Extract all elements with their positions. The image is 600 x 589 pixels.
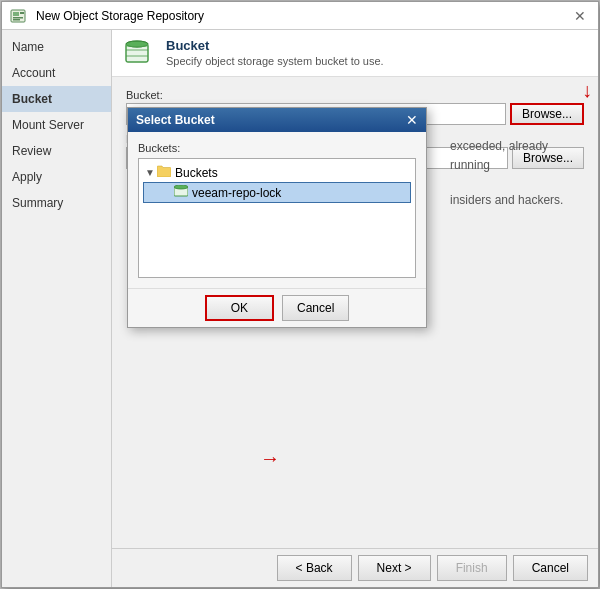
tree-root-label: Buckets — [175, 166, 218, 180]
bucket-folder-icon — [157, 165, 171, 180]
svg-rect-3 — [13, 17, 23, 19]
title-bar: New Object Storage Repository ✕ — [2, 2, 598, 30]
bucket-tree[interactable]: ▼ Buckets — [138, 158, 416, 278]
arrow-ok-indicator: → — [260, 447, 280, 470]
next-button[interactable]: Next > — [358, 555, 431, 581]
bucket-browse-button[interactable]: Browse... — [510, 103, 584, 125]
svg-rect-2 — [20, 12, 24, 14]
back-button[interactable]: < Back — [277, 555, 352, 581]
content-area: Name Account Bucket Mount Server Review … — [2, 30, 598, 587]
window-icon — [10, 7, 28, 25]
tree-collapse-icon: ▼ — [145, 167, 157, 178]
bottom-bar: < Back Next > Finish Cancel — [112, 548, 598, 587]
dialog-footer: OK Cancel — [128, 288, 426, 327]
svg-point-12 — [174, 185, 188, 189]
dialog-close-button[interactable]: ✕ — [406, 113, 418, 127]
arrow-browse-indicator: ↓ — [582, 79, 592, 102]
panel-body: Bucket: Browse... Folder: Browse... — [112, 77, 598, 548]
sidebar-item-bucket[interactable]: Bucket — [2, 86, 111, 112]
panel-subtitle: Specify object storage system bucket to … — [166, 55, 384, 67]
dialog-title: Select Bucket — [136, 113, 215, 127]
panel-title: Bucket — [166, 38, 384, 53]
dialog-cancel-button[interactable]: Cancel — [282, 295, 349, 321]
select-bucket-dialog: Select Bucket ✕ Buckets: ▼ — [127, 107, 427, 328]
info-text: exceeded, already running insiders and h… — [450, 137, 590, 211]
down-arrow-icon: ↓ — [582, 79, 592, 101]
main-panel: Bucket Specify object storage system buc… — [112, 30, 598, 587]
sidebar-item-name[interactable]: Name — [2, 34, 111, 60]
dialog-ok-button[interactable]: OK — [205, 295, 274, 321]
buckets-label: Buckets: — [138, 142, 416, 154]
finish-button[interactable]: Finish — [437, 555, 507, 581]
dialog-body: Buckets: ▼ Buckets — [128, 132, 426, 288]
tree-bucket-item[interactable]: veeam-repo-lock — [143, 182, 411, 203]
bucket-label: Bucket: — [126, 89, 584, 101]
sidebar: Name Account Bucket Mount Server Review … — [2, 30, 112, 587]
main-window: New Object Storage Repository ✕ Name Acc… — [1, 1, 599, 588]
panel-header-text: Bucket Specify object storage system buc… — [166, 38, 384, 67]
right-arrow-icon: → — [260, 447, 280, 469]
panel-icon — [124, 38, 156, 70]
tree-root-item[interactable]: ▼ Buckets — [143, 163, 411, 182]
tree-bucket-label: veeam-repo-lock — [192, 186, 281, 200]
dialog-title-bar: Select Bucket ✕ — [128, 108, 426, 132]
bucket-item-icon — [174, 185, 188, 200]
sidebar-item-apply[interactable]: Apply — [2, 164, 111, 190]
sidebar-item-mount-server[interactable]: Mount Server — [2, 112, 111, 138]
sidebar-item-review[interactable]: Review — [2, 138, 111, 164]
svg-rect-4 — [13, 19, 20, 21]
sidebar-item-summary[interactable]: Summary — [2, 190, 111, 216]
svg-rect-8 — [126, 44, 148, 47]
svg-rect-1 — [13, 12, 19, 16]
sidebar-item-account[interactable]: Account — [2, 60, 111, 86]
window-title: New Object Storage Repository — [36, 9, 204, 23]
panel-header: Bucket Specify object storage system buc… — [112, 30, 598, 77]
cancel-button[interactable]: Cancel — [513, 555, 588, 581]
close-button[interactable]: ✕ — [570, 8, 590, 24]
